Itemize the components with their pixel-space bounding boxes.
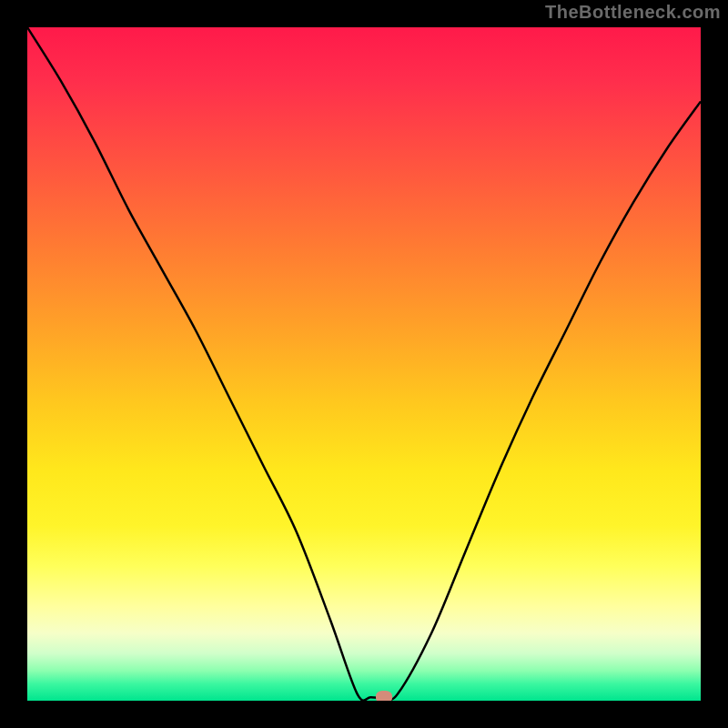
bottleneck-curve [27, 27, 701, 701]
plot-area [27, 27, 701, 701]
attribution-watermark: TheBottleneck.com [545, 2, 721, 23]
curve-svg [27, 27, 701, 701]
chart-container: TheBottleneck.com [0, 0, 728, 728]
optimum-marker [376, 691, 392, 701]
